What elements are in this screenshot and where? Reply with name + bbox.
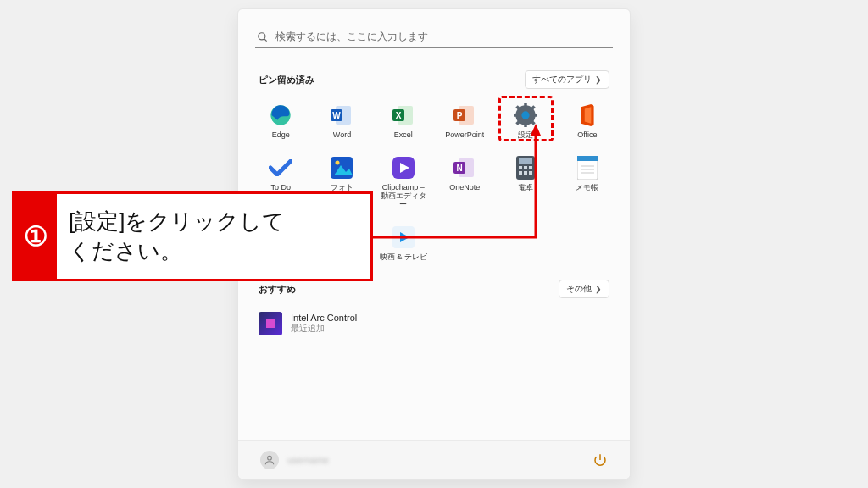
recommended-item[interactable]: Intel Arc Control 最近追加: [259, 308, 609, 339]
word-icon: W: [329, 103, 354, 128]
office-icon: [575, 103, 600, 128]
app-tile-powerpoint[interactable]: PPowerPoint: [434, 99, 495, 143]
app-tile-settings[interactable]: 設定: [495, 99, 556, 143]
recommended-title: おすすめ: [259, 283, 296, 296]
app-label: 電卓: [518, 184, 533, 192]
photos-icon: [329, 155, 354, 180]
svg-line-18: [517, 107, 520, 110]
app-label: Office: [577, 131, 597, 140]
svg-point-24: [336, 160, 340, 164]
svg-rect-55: [266, 319, 275, 328]
search-box[interactable]: 検索するには、ここに入力します: [255, 26, 613, 48]
instruction-callout: ① [設定]をクリックして ください。: [12, 191, 373, 281]
svg-point-0: [259, 32, 265, 39]
svg-rect-37: [529, 171, 532, 175]
chevron-right-icon: ❯: [595, 75, 602, 84]
pinned-header: ピン留め済み すべてのアプリ ❯: [259, 70, 609, 89]
all-apps-label: すべてのアプリ: [532, 74, 592, 86]
app-tile-excel[interactable]: XExcel: [373, 99, 434, 143]
clipchamp-icon: [391, 155, 416, 180]
app-tile-word[interactable]: WWord: [311, 99, 372, 143]
callout-number: ①: [14, 194, 57, 279]
app-tile-office[interactable]: Office: [557, 99, 618, 143]
svg-point-13: [522, 111, 530, 119]
todo-icon: [268, 155, 293, 180]
recommended-name: Intel Arc Control: [291, 313, 357, 323]
search-placeholder: 検索するには、ここに入力します: [275, 30, 428, 44]
app-label: Edge: [272, 131, 290, 140]
app-label: 映画 & テレビ: [380, 253, 427, 262]
svg-line-19: [531, 121, 535, 125]
svg-rect-34: [529, 166, 532, 169]
svg-rect-31: [519, 158, 532, 164]
recommended-more-label: その他: [566, 283, 592, 295]
svg-rect-33: [524, 166, 527, 169]
app-label: Word: [333, 131, 351, 140]
svg-line-21: [531, 107, 535, 110]
svg-rect-36: [524, 171, 527, 175]
app-label: Excel: [394, 131, 413, 140]
svg-line-20: [517, 121, 520, 125]
onenote-icon: N: [452, 155, 477, 180]
powerpoint-icon: P: [452, 103, 477, 128]
app-tile-movies[interactable]: 映画 & テレビ: [373, 221, 434, 265]
app-tile-edge[interactable]: Edge: [250, 99, 311, 143]
start-menu-footer: username: [238, 440, 630, 479]
pinned-title: ピン留め済み: [259, 74, 314, 86]
svg-text:X: X: [395, 111, 401, 120]
svg-rect-39: [577, 156, 598, 161]
svg-point-56: [268, 456, 272, 460]
svg-text:N: N: [457, 164, 463, 173]
app-tile-notepad[interactable]: メモ帳: [557, 152, 618, 213]
recommended-more-button[interactable]: その他 ❯: [559, 280, 609, 298]
recommended-subtext: 最近追加: [291, 323, 357, 335]
intel-arc-icon: [259, 312, 282, 336]
search-icon: [257, 31, 269, 43]
callout-text: [設定]をクリックして ください。: [57, 202, 297, 271]
recommended-list: Intel Arc Control 最近追加: [238, 305, 630, 342]
calculator-icon: [513, 155, 538, 180]
app-label: Clipchamp – 動画エディター: [378, 184, 429, 209]
svg-text:W: W: [333, 111, 342, 120]
app-label: 設定: [518, 131, 533, 140]
excel-icon: X: [391, 103, 416, 128]
svg-rect-32: [519, 166, 522, 169]
app-label: メモ帳: [576, 184, 598, 192]
all-apps-button[interactable]: すべてのアプリ ❯: [525, 70, 609, 89]
chevron-right-icon: ❯: [595, 285, 602, 293]
edge-icon: [268, 103, 293, 128]
app-tile-onenote[interactable]: NOneNote: [434, 152, 495, 213]
settings-icon: [513, 103, 538, 128]
notepad-icon: [575, 155, 600, 180]
app-tile-calculator[interactable]: 電卓: [495, 152, 556, 213]
recommended-header: おすすめ その他 ❯: [259, 280, 609, 298]
app-label: PowerPoint: [445, 131, 484, 140]
avatar-icon: [260, 451, 279, 469]
app-tile-clipchamp[interactable]: Clipchamp – 動画エディター: [373, 152, 434, 213]
power-button[interactable]: [593, 452, 608, 468]
user-account-button[interactable]: username: [260, 451, 329, 469]
movies-icon: [391, 225, 416, 250]
svg-rect-35: [519, 171, 522, 175]
svg-line-1: [264, 38, 267, 41]
svg-text:P: P: [457, 111, 463, 120]
user-name: username: [287, 455, 329, 465]
app-label: OneNote: [449, 184, 480, 192]
